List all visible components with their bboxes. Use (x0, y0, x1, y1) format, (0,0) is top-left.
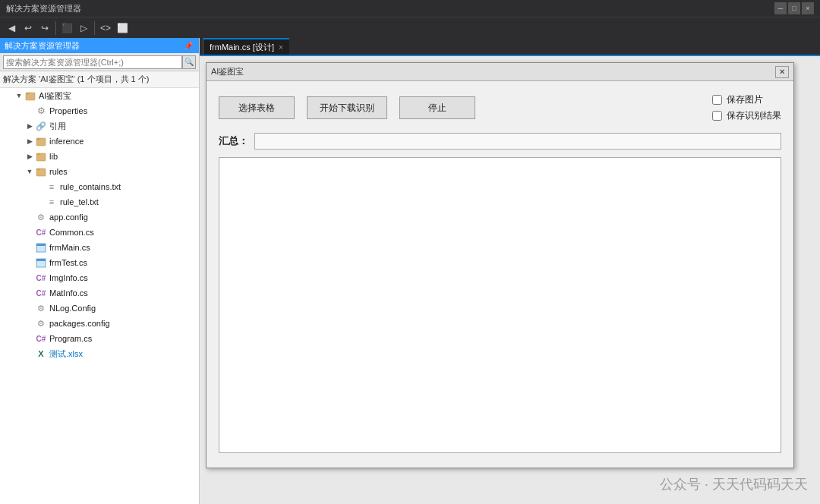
search-input[interactable] (3, 55, 182, 69)
save-image-checkbox-label[interactable]: 保存图片 (712, 93, 781, 106)
summary-input[interactable] (254, 133, 781, 150)
common-cs-label: Common.cs (49, 228, 94, 237)
checkboxes: 保存图片 保存识别结果 (712, 93, 781, 122)
rules-folder-icon (35, 165, 47, 178)
properties-label: Properties (49, 106, 87, 115)
summary-label: 汇总： (219, 134, 248, 148)
stop-button[interactable]: 停止 (399, 96, 475, 119)
tree-item-program-cs[interactable]: ▶ C# Program.cs (0, 331, 199, 346)
content-area: frmMain.cs [设计] × AI鉴图宝 ✕ (200, 38, 820, 504)
save-image-label: 保存图片 (727, 93, 763, 106)
tree-item-imginfo-cs[interactable]: ▶ C# ImgInfo.cs (0, 270, 199, 285)
expand-references[interactable]: ▶ (24, 121, 35, 131)
tab-frmmain-design[interactable]: frmMain.cs [设计] × (203, 38, 289, 55)
lib-label: lib (49, 152, 58, 161)
tab-close-btn[interactable]: × (279, 43, 283, 52)
tree-item-frmmain-cs[interactable]: ▶ frmMain.cs (0, 240, 199, 255)
form-buttons-row: 选择表格 开始下载识别 停止 保存图片 保存识别结果 (219, 93, 781, 122)
sidebar: 解决方案资源管理器 📌 🔍 解决方案 'AI鉴图宝' (1 个项目，共 1 个)… (0, 38, 200, 504)
toolbar: ◀ ↩ ↪ ⬛ ▷ <> ⬜ (0, 17, 820, 38)
svg-rect-7 (36, 169, 40, 170)
title-bar-text: 解决方案资源管理器 (6, 3, 774, 14)
cs-icon-imginfo: C# (35, 272, 47, 284)
toolbar-sep-1 (55, 21, 56, 35)
expand-inference[interactable]: ▶ (24, 136, 35, 146)
rules-label: rules (49, 167, 68, 176)
save-image-checkbox[interactable] (712, 95, 722, 105)
tree-item-lib[interactable]: ▶ lib (0, 149, 199, 164)
select-table-button[interactable]: 选择表格 (219, 96, 295, 119)
output-textarea[interactable] (219, 157, 781, 453)
ide-shell: 解决方案资源管理器 ─ □ × ◀ ↩ ↪ ⬛ ▷ <> ⬜ 解决方案资源管理器… (0, 0, 820, 504)
svg-rect-9 (36, 244, 46, 246)
toolbar-code-btn[interactable]: <> (97, 20, 114, 36)
main-area: 解决方案资源管理器 📌 🔍 解决方案 'AI鉴图宝' (1 个项目，共 1 个)… (0, 38, 820, 504)
tree-item-app-config[interactable]: ▶ ⚙ app.config (0, 209, 199, 225)
excel-icon: X (35, 348, 47, 360)
watermark: 公众号 · 天天代码码天天 (660, 475, 808, 493)
sidebar-search: 🔍 (0, 53, 199, 71)
inference-label: inference (49, 137, 84, 146)
references-label: 引用 (49, 121, 66, 132)
tab-bar: frmMain.cs [设计] × (200, 38, 820, 56)
form-body: 选择表格 开始下载识别 停止 保存图片 保存识别结果 (207, 81, 793, 468)
close-button[interactable]: × (802, 2, 814, 14)
toolbar-back-btn[interactable]: ◀ (3, 20, 20, 36)
solution-label: 解决方案 'AI鉴图宝' (1 个项目，共 1 个) (0, 71, 199, 88)
tree-item-project[interactable]: ▼ AI鉴图宝 (0, 88, 199, 103)
designer-area: AI鉴图宝 ✕ 选择表格 开始下载识别 停止 (200, 56, 820, 504)
title-bar-buttons: ─ □ × (774, 2, 814, 14)
form-title-text: AI鉴图宝 (211, 66, 775, 77)
txt-icon-1: ≡ (46, 181, 58, 193)
tree-item-rule-tel[interactable]: ▶ ≡ rule_tel.txt (0, 194, 199, 209)
rule-contains-label: rule_contains.txt (60, 182, 121, 191)
toolbar-stop-btn[interactable]: ⬛ (58, 20, 75, 36)
start-detect-button[interactable]: 开始下载识别 (307, 96, 387, 119)
packages-config-label: packages.config (49, 319, 110, 328)
expand-properties[interactable]: ▶ (24, 106, 35, 116)
search-button[interactable]: 🔍 (182, 55, 196, 69)
save-result-checkbox-label[interactable]: 保存识别结果 (712, 109, 781, 122)
project-icon (24, 90, 36, 102)
tree-item-properties[interactable]: ▶ ⚙ Properties (0, 103, 199, 118)
expand-lib[interactable]: ▶ (24, 151, 35, 162)
pin-icon[interactable]: 📌 (182, 41, 194, 51)
expand-project[interactable]: ▼ (14, 90, 24, 101)
toolbar-redo-btn[interactable]: ↪ (36, 20, 53, 36)
tree-item-inference[interactable]: ▶ inference (0, 134, 199, 149)
properties-icon: ⚙ (35, 105, 47, 117)
tree-item-rule-contains[interactable]: ▶ ≡ rule_contains.txt (0, 179, 199, 194)
frmtest-cs-label: frmTest.cs (49, 258, 87, 267)
test-xlsx-label: 测试.xlsx (49, 348, 83, 360)
frmmain-cs-label: frmMain.cs (49, 243, 90, 252)
minimize-button[interactable]: ─ (774, 2, 787, 14)
tree-item-rules[interactable]: ▼ rules (0, 164, 199, 179)
form-icon-main (35, 241, 47, 254)
toolbar-designer-btn[interactable]: ⬜ (114, 20, 131, 36)
maximize-button[interactable]: □ (788, 2, 800, 14)
inference-folder-icon (35, 135, 47, 147)
toolbar-sep-2 (94, 21, 95, 35)
form-close-button[interactable]: ✕ (775, 66, 789, 78)
sidebar-header-text: 解决方案资源管理器 (5, 40, 182, 52)
save-result-checkbox[interactable] (712, 111, 722, 121)
tree-item-references[interactable]: ▶ 🔗 引用 (0, 118, 199, 134)
sidebar-tree: ▼ AI鉴图宝 ▶ ⚙ Properties (0, 88, 199, 504)
tree-item-nlog-config[interactable]: ▶ ⚙ NLog.Config (0, 301, 199, 316)
program-cs-label: Program.cs (49, 334, 92, 343)
toolbar-undo-btn[interactable]: ↩ (20, 20, 36, 36)
tree-item-packages-config[interactable]: ▶ ⚙ packages.config (0, 316, 199, 331)
svg-rect-1 (26, 93, 30, 94)
cs-icon-program: C# (35, 332, 47, 345)
toolbar-run-btn[interactable]: ▷ (75, 20, 92, 36)
svg-rect-11 (36, 259, 46, 261)
tree-item-frmtest-cs[interactable]: ▶ frmTest.cs (0, 255, 199, 270)
summary-row: 汇总： (219, 133, 781, 150)
tree-item-test-xlsx[interactable]: ▶ X 测试.xlsx (0, 346, 199, 361)
expand-rules[interactable]: ▼ (24, 166, 35, 177)
svg-rect-5 (36, 153, 40, 155)
tree-item-matinfo-cs[interactable]: ▶ C# MatInfo.cs (0, 285, 199, 301)
form-window: AI鉴图宝 ✕ 选择表格 开始下载识别 停止 (206, 62, 794, 468)
tree-item-common-cs[interactable]: ▶ C# Common.cs (0, 225, 199, 240)
imginfo-cs-label: ImgInfo.cs (49, 273, 88, 282)
